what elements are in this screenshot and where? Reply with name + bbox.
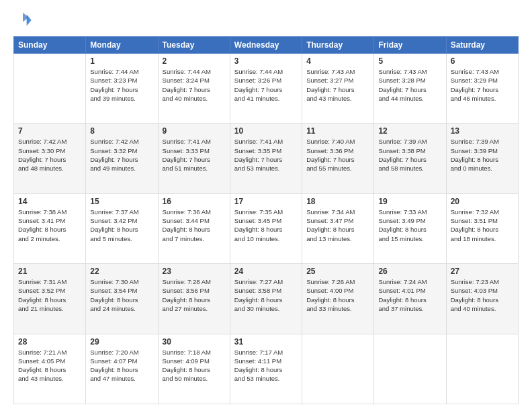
calendar-cell: 7Sunrise: 7:42 AM Sunset: 3:30 PM Daylig… — [14, 124, 86, 193]
logo — [13, 11, 35, 30]
calendar-cell: 26Sunrise: 7:24 AM Sunset: 4:01 PM Dayli… — [374, 264, 446, 334]
day-number: 13 — [451, 126, 514, 136]
day-number: 19 — [378, 197, 441, 206]
week-row-3: 14Sunrise: 7:38 AM Sunset: 3:41 PM Dayli… — [14, 193, 519, 263]
day-number: 16 — [163, 197, 226, 206]
calendar-cell: 4Sunrise: 7:43 AM Sunset: 3:27 PM Daylig… — [302, 54, 374, 124]
calendar-cell: 17Sunrise: 7:35 AM Sunset: 3:45 PM Dayli… — [230, 193, 302, 263]
day-info: Sunrise: 7:40 AM Sunset: 3:36 PM Dayligh… — [306, 137, 369, 173]
day-number: 23 — [163, 267, 226, 276]
calendar-cell: 13Sunrise: 7:39 AM Sunset: 3:39 PM Dayli… — [446, 124, 518, 193]
calendar-cell: 10Sunrise: 7:41 AM Sunset: 3:35 PM Dayli… — [230, 124, 302, 193]
day-info: Sunrise: 7:21 AM Sunset: 4:05 PM Dayligh… — [18, 348, 81, 383]
calendar-header-row: SundayMondayTuesdayWednesdayThursdayFrid… — [14, 37, 519, 54]
day-number: 1 — [90, 56, 153, 66]
calendar-cell — [14, 54, 86, 124]
day-info: Sunrise: 7:41 AM Sunset: 3:33 PM Dayligh… — [163, 137, 226, 173]
day-header-wednesday: Wednesday — [230, 37, 302, 54]
calendar-cell: 28Sunrise: 7:21 AM Sunset: 4:05 PM Dayli… — [14, 334, 86, 404]
day-number: 6 — [451, 56, 514, 66]
day-info: Sunrise: 7:42 AM Sunset: 3:32 PM Dayligh… — [90, 137, 153, 173]
calendar-cell: 6Sunrise: 7:43 AM Sunset: 3:29 PM Daylig… — [446, 54, 518, 124]
day-info: Sunrise: 7:36 AM Sunset: 3:44 PM Dayligh… — [163, 208, 226, 243]
day-number: 4 — [306, 56, 369, 66]
day-info: Sunrise: 7:31 AM Sunset: 3:52 PM Dayligh… — [18, 277, 81, 313]
day-info: Sunrise: 7:18 AM Sunset: 4:09 PM Dayligh… — [163, 348, 226, 383]
day-header-sunday: Sunday — [14, 37, 86, 54]
calendar-cell: 18Sunrise: 7:34 AM Sunset: 3:47 PM Dayli… — [302, 193, 374, 263]
week-row-1: 1Sunrise: 7:44 AM Sunset: 3:23 PM Daylig… — [14, 54, 519, 124]
day-info: Sunrise: 7:38 AM Sunset: 3:41 PM Dayligh… — [18, 208, 81, 243]
day-number: 29 — [90, 337, 153, 347]
calendar-cell: 24Sunrise: 7:27 AM Sunset: 3:58 PM Dayli… — [230, 264, 302, 334]
day-number: 12 — [378, 126, 441, 136]
calendar-cell: 27Sunrise: 7:23 AM Sunset: 4:03 PM Dayli… — [446, 264, 518, 334]
day-number: 2 — [163, 56, 226, 66]
day-info: Sunrise: 7:39 AM Sunset: 3:38 PM Dayligh… — [378, 137, 441, 173]
week-row-2: 7Sunrise: 7:42 AM Sunset: 3:30 PM Daylig… — [14, 124, 519, 193]
day-number: 20 — [451, 197, 514, 206]
day-number: 10 — [234, 126, 298, 136]
day-info: Sunrise: 7:41 AM Sunset: 3:35 PM Dayligh… — [234, 137, 298, 173]
day-number: 24 — [234, 267, 298, 276]
day-info: Sunrise: 7:26 AM Sunset: 4:00 PM Dayligh… — [306, 277, 369, 313]
day-number: 5 — [378, 56, 441, 66]
calendar-cell: 20Sunrise: 7:32 AM Sunset: 3:51 PM Dayli… — [446, 193, 518, 263]
day-number: 14 — [18, 197, 81, 206]
day-number: 8 — [90, 126, 153, 136]
page: SundayMondayTuesdayWednesdayThursdayFrid… — [0, 0, 532, 411]
day-header-monday: Monday — [86, 37, 158, 54]
day-number: 25 — [306, 267, 369, 276]
day-number: 15 — [90, 197, 153, 206]
day-number: 31 — [234, 337, 298, 347]
day-info: Sunrise: 7:35 AM Sunset: 3:45 PM Dayligh… — [234, 208, 298, 243]
day-info: Sunrise: 7:30 AM Sunset: 3:54 PM Dayligh… — [90, 277, 153, 313]
day-header-tuesday: Tuesday — [158, 37, 230, 54]
calendar-cell — [446, 334, 518, 404]
day-number: 18 — [306, 197, 369, 206]
day-number: 26 — [378, 267, 441, 276]
calendar-cell: 1Sunrise: 7:44 AM Sunset: 3:23 PM Daylig… — [86, 54, 158, 124]
day-info: Sunrise: 7:17 AM Sunset: 4:11 PM Dayligh… — [234, 348, 298, 383]
day-info: Sunrise: 7:37 AM Sunset: 3:42 PM Dayligh… — [90, 208, 153, 243]
day-info: Sunrise: 7:44 AM Sunset: 3:26 PM Dayligh… — [234, 67, 298, 103]
calendar-cell: 25Sunrise: 7:26 AM Sunset: 4:00 PM Dayli… — [302, 264, 374, 334]
day-info: Sunrise: 7:34 AM Sunset: 3:47 PM Dayligh… — [306, 208, 369, 243]
day-number: 11 — [306, 126, 369, 136]
calendar-cell: 31Sunrise: 7:17 AM Sunset: 4:11 PM Dayli… — [230, 334, 302, 404]
day-info: Sunrise: 7:27 AM Sunset: 3:58 PM Dayligh… — [234, 277, 298, 313]
day-header-friday: Friday — [374, 37, 446, 54]
calendar-cell: 21Sunrise: 7:31 AM Sunset: 3:52 PM Dayli… — [14, 264, 86, 334]
svg-marker-0 — [27, 15, 32, 26]
calendar-cell: 15Sunrise: 7:37 AM Sunset: 3:42 PM Dayli… — [86, 193, 158, 263]
calendar-cell: 29Sunrise: 7:20 AM Sunset: 4:07 PM Dayli… — [86, 334, 158, 404]
calendar-cell: 19Sunrise: 7:33 AM Sunset: 3:49 PM Dayli… — [374, 193, 446, 263]
calendar-cell: 8Sunrise: 7:42 AM Sunset: 3:32 PM Daylig… — [86, 124, 158, 193]
day-number: 27 — [451, 267, 514, 276]
day-info: Sunrise: 7:44 AM Sunset: 3:23 PM Dayligh… — [90, 67, 153, 103]
day-info: Sunrise: 7:44 AM Sunset: 3:24 PM Dayligh… — [163, 67, 226, 103]
day-info: Sunrise: 7:24 AM Sunset: 4:01 PM Dayligh… — [378, 277, 441, 313]
calendar-cell: 22Sunrise: 7:30 AM Sunset: 3:54 PM Dayli… — [86, 264, 158, 334]
week-row-4: 21Sunrise: 7:31 AM Sunset: 3:52 PM Dayli… — [14, 264, 519, 334]
day-number: 17 — [234, 197, 298, 206]
calendar-cell — [302, 334, 374, 404]
calendar-cell: 16Sunrise: 7:36 AM Sunset: 3:44 PM Dayli… — [158, 193, 230, 263]
day-number: 22 — [90, 267, 153, 276]
day-info: Sunrise: 7:32 AM Sunset: 3:51 PM Dayligh… — [451, 208, 514, 243]
logo-icon — [13, 11, 32, 30]
header — [13, 11, 519, 30]
calendar-cell: 2Sunrise: 7:44 AM Sunset: 3:24 PM Daylig… — [158, 54, 230, 124]
calendar-cell: 12Sunrise: 7:39 AM Sunset: 3:38 PM Dayli… — [374, 124, 446, 193]
day-number: 30 — [163, 337, 226, 347]
day-number: 28 — [18, 337, 81, 347]
calendar-cell: 5Sunrise: 7:43 AM Sunset: 3:28 PM Daylig… — [374, 54, 446, 124]
day-info: Sunrise: 7:28 AM Sunset: 3:56 PM Dayligh… — [163, 277, 226, 313]
day-info: Sunrise: 7:23 AM Sunset: 4:03 PM Dayligh… — [451, 277, 514, 313]
day-info: Sunrise: 7:42 AM Sunset: 3:30 PM Dayligh… — [18, 137, 81, 173]
calendar-cell: 14Sunrise: 7:38 AM Sunset: 3:41 PM Dayli… — [14, 193, 86, 263]
day-info: Sunrise: 7:20 AM Sunset: 4:07 PM Dayligh… — [90, 348, 153, 383]
day-number: 7 — [18, 126, 81, 136]
day-number: 21 — [18, 267, 81, 276]
day-info: Sunrise: 7:43 AM Sunset: 3:27 PM Dayligh… — [306, 67, 369, 103]
